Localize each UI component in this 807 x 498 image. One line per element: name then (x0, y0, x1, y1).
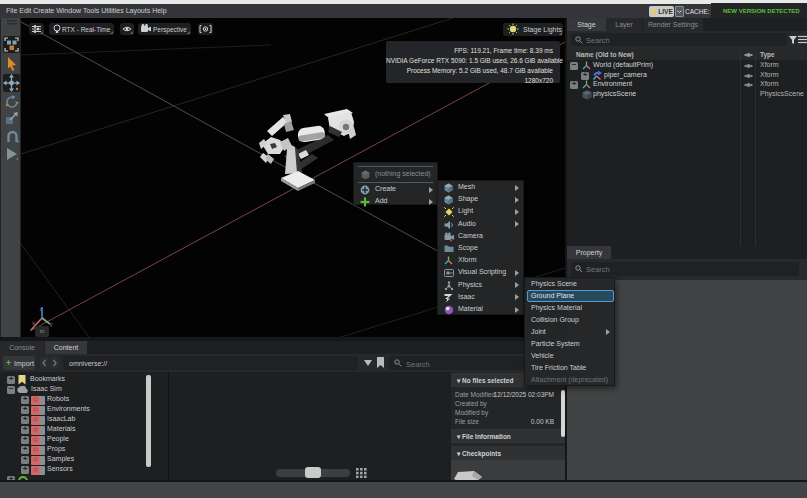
svg-text:z: z (40, 306, 43, 312)
svg-text:Y: Y (49, 322, 53, 328)
svg-text:x: x (32, 320, 35, 326)
